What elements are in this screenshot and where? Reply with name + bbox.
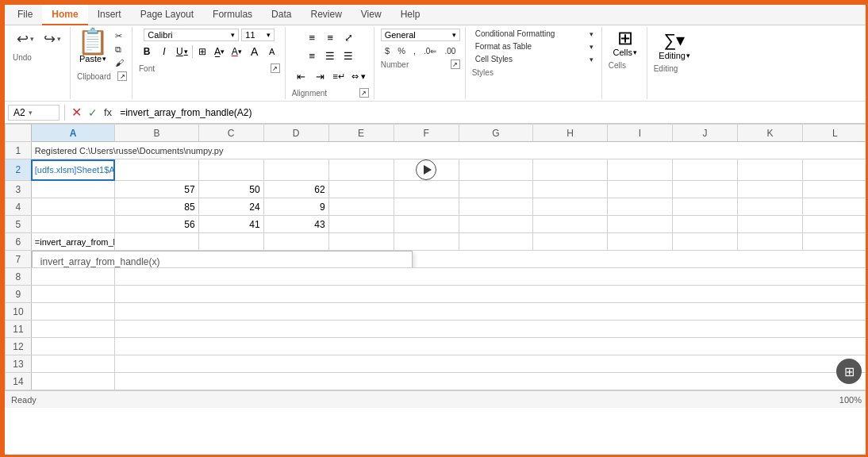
cell-G3[interactable] bbox=[459, 181, 533, 198]
cell-G2[interactable] bbox=[459, 159, 533, 181]
cell-B2[interactable] bbox=[115, 159, 198, 181]
cells-button[interactable]: ⊞ Cells ▾ bbox=[613, 29, 636, 57]
cell-A10[interactable] bbox=[31, 303, 114, 321]
cell-J2[interactable] bbox=[672, 159, 737, 181]
accounting-btn[interactable]: $ bbox=[382, 45, 393, 56]
col-header-F[interactable]: F bbox=[394, 125, 459, 142]
font-size-selector[interactable]: 11 ▾ bbox=[241, 29, 275, 41]
col-header-H[interactable]: H bbox=[533, 125, 608, 142]
tab-home[interactable]: Home bbox=[42, 5, 87, 25]
cell-E2[interactable] bbox=[328, 159, 394, 181]
col-header-B[interactable]: B bbox=[115, 125, 198, 142]
cell-E5[interactable] bbox=[328, 216, 394, 233]
paste-button[interactable]: 📋 Paste ▾ bbox=[77, 29, 109, 63]
cell-F3[interactable] bbox=[394, 181, 459, 198]
cell-H6[interactable] bbox=[533, 233, 608, 251]
cell-reference-box[interactable]: A2 ▾ bbox=[8, 105, 60, 121]
cell-J3[interactable] bbox=[672, 181, 737, 198]
cell-A9[interactable] bbox=[31, 286, 114, 303]
cut-button[interactable]: ✂ bbox=[112, 30, 127, 42]
cell-A11[interactable] bbox=[31, 321, 114, 338]
cell-E6[interactable] bbox=[328, 233, 394, 251]
number-expand[interactable]: ↗ bbox=[451, 60, 460, 69]
cell-J5[interactable] bbox=[672, 216, 737, 233]
cell-J4[interactable] bbox=[672, 198, 737, 216]
format-painter-button[interactable]: 🖌 bbox=[112, 57, 127, 68]
col-header-C[interactable]: C bbox=[198, 125, 263, 142]
cell-K6[interactable] bbox=[737, 233, 802, 251]
alignment-expand[interactable]: ↗ bbox=[359, 88, 369, 98]
cell-H2[interactable] bbox=[533, 159, 608, 181]
cell-A1[interactable]: Registered C:\Users\russe\Documents\nump… bbox=[31, 142, 867, 159]
cell-L4[interactable] bbox=[802, 198, 867, 216]
align-top-left[interactable]: ≡ bbox=[303, 29, 321, 46]
wrap-text-btn[interactable]: ≡↵ bbox=[330, 67, 347, 85]
cell-K2[interactable] bbox=[737, 159, 802, 181]
cell-L6[interactable] bbox=[802, 233, 867, 251]
cell-F5[interactable] bbox=[394, 216, 459, 233]
play-button[interactable] bbox=[416, 159, 436, 180]
cell-I6[interactable] bbox=[607, 233, 672, 251]
cell-A7[interactable]: invert_array_from_handle(x) Compute the … bbox=[31, 251, 867, 268]
col-header-G[interactable]: G bbox=[459, 125, 533, 142]
cell-A12[interactable] bbox=[31, 338, 114, 355]
tab-file[interactable]: File bbox=[8, 5, 42, 25]
cell-G5[interactable] bbox=[459, 216, 533, 233]
cell-H3[interactable] bbox=[533, 181, 608, 198]
font-color-button[interactable]: A ▾ bbox=[229, 45, 245, 58]
cell-A4[interactable] bbox=[31, 198, 114, 216]
cell-D2[interactable] bbox=[263, 159, 328, 181]
border-button[interactable]: ⊞ bbox=[194, 45, 210, 58]
percent-btn[interactable]: % bbox=[394, 45, 409, 56]
increase-font-button[interactable]: A bbox=[247, 44, 263, 59]
cell-H4[interactable] bbox=[533, 198, 608, 216]
cell-A2[interactable]: [udfs.xlsm]Sheet1$A$2@1 bbox=[31, 159, 114, 181]
tab-view[interactable]: View bbox=[351, 5, 391, 25]
undo-button[interactable]: ↩ ▾ bbox=[13, 29, 38, 49]
tab-help[interactable]: Help bbox=[391, 5, 430, 25]
redo-button[interactable]: ↪ ▾ bbox=[40, 29, 65, 49]
formula-input[interactable] bbox=[117, 106, 865, 120]
format-as-table-btn[interactable]: Format as Table ▾ bbox=[472, 41, 597, 52]
col-header-L[interactable]: L bbox=[802, 125, 867, 142]
bold-button[interactable]: B bbox=[139, 45, 155, 58]
cell-D3[interactable]: 62 bbox=[263, 181, 328, 198]
cell-E3[interactable] bbox=[328, 181, 394, 198]
cancel-formula-icon[interactable]: ✕ bbox=[70, 105, 83, 120]
confirm-formula-icon[interactable]: ✓ bbox=[86, 106, 99, 119]
cell-F4[interactable] bbox=[394, 198, 459, 216]
cell-C5[interactable]: 41 bbox=[198, 216, 263, 233]
col-header-K[interactable]: K bbox=[737, 125, 802, 142]
cell-L2[interactable] bbox=[802, 159, 867, 181]
decrease-indent-btn[interactable]: ⇤ bbox=[292, 67, 309, 85]
cell-G6[interactable] bbox=[459, 233, 533, 251]
cell-A6[interactable]: =invert_array_from_handle(A2) bbox=[31, 233, 114, 251]
clipboard-expand[interactable]: ↗ bbox=[117, 71, 127, 81]
cell-B6[interactable] bbox=[115, 233, 198, 251]
merge-center-btn[interactable]: ⇔ ▾ bbox=[349, 67, 368, 85]
copy-button[interactable]: ⧉ bbox=[112, 44, 127, 56]
decrease-decimal-btn[interactable]: .0⇐ bbox=[421, 45, 440, 56]
cell-C2[interactable] bbox=[198, 159, 263, 181]
cell-D5[interactable]: 43 bbox=[263, 216, 328, 233]
tab-review[interactable]: Review bbox=[301, 5, 351, 25]
cell-B5[interactable]: 56 bbox=[115, 216, 198, 233]
cell-J6[interactable] bbox=[672, 233, 737, 251]
cell-styles-btn[interactable]: Cell Styles ▾ bbox=[472, 54, 597, 64]
col-header-E[interactable]: E bbox=[328, 125, 394, 142]
cell-K5[interactable] bbox=[737, 216, 802, 233]
editing-button[interactable]: ∑▾ Editing ▾ bbox=[659, 29, 690, 60]
cell-C6[interactable] bbox=[198, 233, 263, 251]
cell-A5[interactable] bbox=[31, 216, 114, 233]
cell-I3[interactable] bbox=[607, 181, 672, 198]
cell-D6[interactable] bbox=[263, 233, 328, 251]
cell-A3[interactable] bbox=[31, 181, 114, 198]
increase-decimal-btn[interactable]: .00 bbox=[441, 45, 459, 56]
decrease-font-button[interactable]: A bbox=[264, 46, 280, 57]
cell-B4[interactable]: 85 bbox=[115, 198, 198, 216]
cell-K3[interactable] bbox=[737, 181, 802, 198]
tab-insert[interactable]: Insert bbox=[88, 5, 131, 25]
cell-G4[interactable] bbox=[459, 198, 533, 216]
col-header-J[interactable]: J bbox=[672, 125, 737, 142]
cell-B3[interactable]: 57 bbox=[115, 181, 198, 198]
